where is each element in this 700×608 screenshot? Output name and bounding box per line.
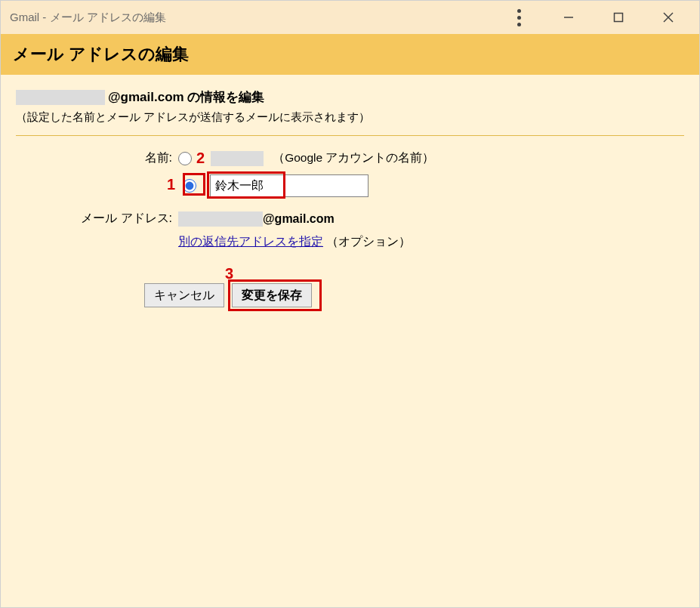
reply-to-link[interactable]: 別の返信先アドレスを指定	[178, 234, 323, 250]
button-row: キャンセル 3 変更を保存	[144, 283, 684, 307]
cancel-button[interactable]: キャンセル	[144, 283, 224, 307]
section-title-suffix: @gmail.com の情報を編集	[108, 88, 264, 106]
divider	[16, 135, 684, 136]
section-title: @gmail.com の情報を編集	[16, 88, 684, 106]
row-reply-link: 別の返信先アドレスを指定 （オプション）	[16, 234, 684, 250]
radio-google-name[interactable]	[178, 152, 192, 165]
page-header: メール アドレスの編集	[1, 34, 699, 75]
redacted-email-local	[178, 211, 263, 227]
email-value: @gmail.com	[178, 211, 335, 227]
minimize-button[interactable]	[544, 1, 594, 34]
row-email: メール アドレス: @gmail.com	[16, 211, 684, 227]
row-name-google: 名前: 2 （Google アカウントの名前）	[16, 150, 684, 167]
window-title: Gmail - メール アドレスの編集	[10, 11, 494, 25]
edit-form: 名前: 2 （Google アカウントの名前） 1	[16, 150, 684, 307]
close-button[interactable]	[643, 1, 693, 34]
svg-rect-1	[615, 14, 623, 22]
section-subtitle: （設定した名前とメール アドレスが送信するメールに表示されます）	[16, 110, 684, 125]
svg-line-3	[664, 13, 673, 22]
content-panel: @gmail.com の情報を編集 （設定した名前とメール アドレスが送信するメ…	[1, 75, 699, 607]
radio-google-name-wrap: 2 （Google アカウントの名前）	[178, 150, 434, 167]
annotation-marker-2: 2	[196, 150, 205, 167]
name-label: 名前:	[16, 150, 178, 166]
row-name-custom: 1	[16, 174, 684, 197]
window-titlebar: Gmail - メール アドレスの編集	[1, 1, 699, 34]
more-options-icon[interactable]	[494, 1, 544, 34]
redacted-username	[16, 90, 105, 105]
email-label: メール アドレス:	[16, 211, 178, 227]
page-title: メール アドレスの編集	[13, 43, 687, 66]
app-window: Gmail - メール アドレスの編集 メール アドレスの編集 @gmail.c…	[0, 0, 700, 608]
maximize-button[interactable]	[594, 1, 643, 34]
radio-custom-name-wrap	[178, 174, 369, 197]
redacted-google-name	[211, 151, 264, 166]
reply-option-note: （オプション）	[326, 234, 411, 250]
annotation-marker-3: 3	[225, 265, 233, 282]
radio-custom-name[interactable]	[183, 179, 196, 193]
window-controls	[494, 1, 693, 34]
save-button[interactable]: 変更を保存	[232, 283, 312, 307]
email-domain: @gmail.com	[263, 212, 335, 226]
custom-name-input[interactable]	[210, 174, 369, 197]
google-account-note: （Google アカウントの名前）	[273, 150, 434, 166]
svg-line-2	[664, 13, 673, 22]
annotation-marker-1: 1	[167, 176, 175, 193]
